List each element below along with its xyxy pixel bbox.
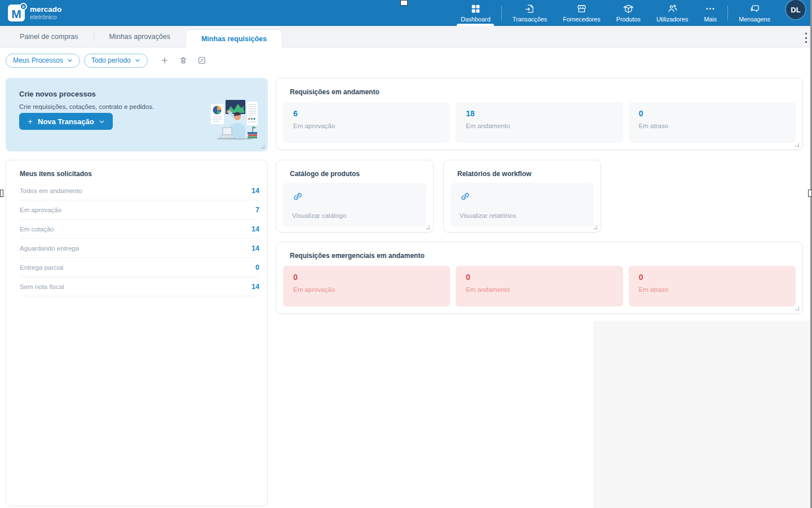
card-title: Relatórios de workflow	[444, 160, 601, 178]
analytics-illustration	[210, 98, 259, 140]
nav-item-dashboard[interactable]: Dashboard	[453, 0, 498, 26]
create-processes-card: Crie novos processos Crie requisições, c…	[6, 78, 268, 151]
list-item-entrega-parcial[interactable]: Entrega parcial 0	[20, 258, 259, 277]
tab-overflow-menu-icon[interactable]	[802, 33, 810, 43]
requisitions-stats: 6 Em aprovação 18 Em andamento 0 Em atra…	[276, 96, 802, 143]
nav-item-products[interactable]: Produtos	[608, 0, 648, 26]
list-item-todos-em-andamento[interactable]: Todos em andamento 14	[20, 181, 259, 200]
list-item-aguardando-entrega[interactable]: Aguardando entrega 14	[20, 239, 259, 258]
stat-em-andamento[interactable]: 0 Em andamento	[456, 266, 623, 306]
item-label: Em aprovação	[20, 207, 61, 213]
card-resize-handle[interactable]	[425, 224, 430, 230]
percent-widget-button[interactable]	[195, 53, 209, 68]
user-avatar[interactable]: DL	[786, 0, 805, 19]
list-item-em-cotacao[interactable]: Em cotação 14	[20, 220, 259, 239]
link-label: Visualizar relatórios	[460, 212, 585, 219]
nav-item-users[interactable]: Utilizadores	[648, 0, 696, 26]
plus-icon	[160, 56, 169, 65]
brand-name-bottom: eletrônico	[30, 14, 61, 20]
stat-value: 0	[466, 273, 612, 282]
stat-label: Em aprovação	[293, 122, 440, 129]
item-label: Entrega parcial	[20, 264, 63, 271]
brand-monogram-letter: M	[11, 8, 21, 20]
nav-label: Utilizadores	[656, 16, 688, 23]
brand-monogram-badge: e	[20, 3, 27, 10]
card-title: Catálogo de produtos	[276, 160, 433, 178]
process-filter-value: Meus Processos	[13, 56, 63, 64]
delete-button[interactable]	[176, 53, 191, 68]
card-resize-handle[interactable]	[592, 224, 598, 230]
stat-value: 0	[639, 273, 785, 282]
tab-label: Minhas requisições	[201, 35, 267, 43]
period-filter-value: Todo período	[91, 56, 131, 64]
stat-em-andamento[interactable]: 18 Em andamento	[456, 102, 623, 143]
stat-em-aprovacao[interactable]: 0 Em aprovação	[283, 266, 450, 306]
list-item-sem-nota-fiscal[interactable]: Sem nota fiscal 14	[20, 277, 259, 296]
process-filter-dropdown[interactable]: Meus Processos	[6, 54, 80, 68]
card-title: Requisições em andamento	[276, 78, 802, 96]
nav-label: Mais	[704, 16, 717, 23]
stat-em-atraso[interactable]: 0 Em atraso	[629, 266, 796, 306]
tab-minhas-requisicoes[interactable]: Minhas requisições	[186, 29, 283, 47]
item-label: Todos em andamento	[20, 187, 82, 194]
stat-value: 0	[293, 273, 440, 282]
period-filter-dropdown[interactable]: Todo período	[84, 54, 148, 68]
dashboard-grid-icon	[470, 3, 481, 14]
tab-painel-de-compras[interactable]: Painel de compras	[5, 26, 94, 47]
link-label: Visualizar catálogo	[292, 212, 417, 219]
add-widget-button[interactable]	[157, 53, 172, 68]
products-box-icon	[623, 3, 634, 14]
item-label: Em cotação	[20, 226, 54, 233]
messages-icon	[749, 3, 760, 14]
filter-bar: Meus Processos Todo período	[0, 48, 812, 73]
nav-label: Dashboard	[461, 16, 491, 23]
item-count: 0	[255, 264, 259, 271]
plus-icon	[27, 119, 33, 125]
more-dots-icon	[705, 3, 716, 14]
view-catalog-link[interactable]: Visualizar catálogo	[283, 183, 426, 227]
stat-em-atraso[interactable]: 0 Em atraso	[629, 102, 796, 143]
item-count: 14	[251, 244, 259, 252]
product-catalog-card: Catálogo de produtos Visualizar catálogo	[276, 160, 434, 233]
card-resize-handle[interactable]	[794, 305, 800, 311]
trash-icon	[179, 56, 188, 65]
view-reports-link[interactable]: Visualizar relatórios	[451, 183, 594, 227]
tab-label: Painel de compras	[20, 33, 78, 41]
brand-name-top: mercado	[30, 6, 61, 14]
screenshot-selection-handle	[0, 190, 3, 197]
nav-divider	[501, 6, 502, 20]
nav-label: Transacções	[513, 16, 547, 23]
nav-item-more[interactable]: Mais	[696, 0, 725, 26]
card-resize-handle[interactable]	[794, 142, 800, 147]
list-item-em-aprovacao[interactable]: Em aprovação 7	[20, 200, 259, 220]
chevron-down-icon	[67, 58, 73, 63]
stat-label: Em andamento	[466, 286, 612, 293]
stat-value: 18	[466, 109, 612, 118]
tab-minhas-aprovacoes[interactable]: Minhas aprovações	[94, 26, 186, 47]
empty-widget-placeholder	[593, 321, 810, 508]
primary-nav: Dashboard Transacções Fornecedores Produ…	[453, 0, 812, 26]
nav-label: Produtos	[616, 16, 641, 23]
brand-monogram: M e	[8, 5, 25, 21]
stat-value: 6	[293, 109, 440, 118]
brand-logo[interactable]: M e mercado eletrônico	[8, 5, 61, 21]
tab-label: Minhas aprovações	[109, 33, 170, 41]
new-transaction-button[interactable]: Nova Transação	[19, 113, 113, 130]
emergency-requisitions-card: Requisições emergenciais em andamento 0 …	[276, 242, 803, 314]
stat-em-aprovacao[interactable]: 6 Em aprovação	[283, 102, 450, 143]
card-resize-handle[interactable]	[259, 143, 265, 149]
stat-label: Em andamento	[466, 122, 612, 129]
nav-item-suppliers[interactable]: Fornecedores	[555, 0, 608, 26]
nav-item-messages[interactable]: Mensagens	[731, 0, 778, 26]
link-icon	[460, 191, 471, 202]
workflow-reports-card: Relatórios de workflow Visualizar relató…	[443, 160, 601, 233]
item-label: Sem nota fiscal	[20, 283, 64, 290]
percent-square-icon	[197, 56, 206, 65]
tab-bar: Painel de compras Minhas aprovações Minh…	[0, 26, 812, 47]
nav-active-indicator	[457, 24, 494, 26]
requisitions-in-progress-card: Requisições em andamento 6 Em aprovação …	[276, 78, 803, 150]
nav-item-transactions[interactable]: Transacções	[505, 0, 555, 26]
card-title: Meus itens solicitados	[6, 160, 267, 178]
card-title: Requisições emergenciais em andamento	[276, 242, 802, 260]
screenshot-selection-handle	[808, 190, 812, 197]
